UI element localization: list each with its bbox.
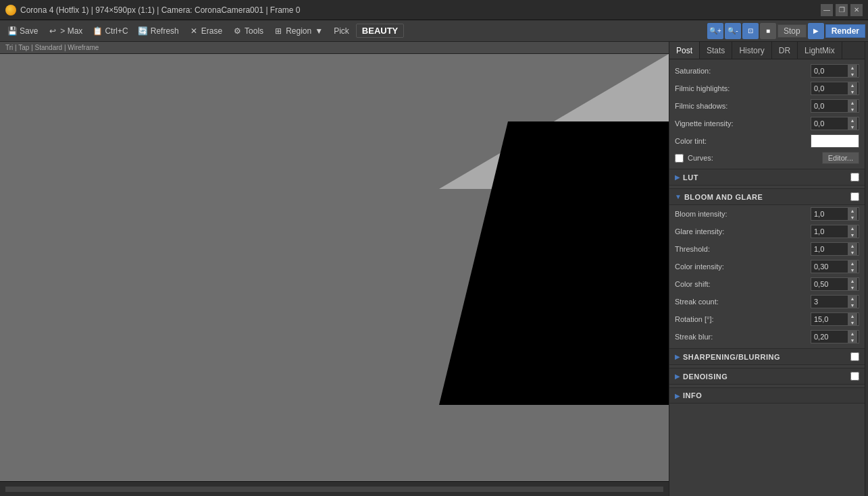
color-intensity-down[interactable]: ▼ <box>848 267 857 273</box>
filmic-shadows-value[interactable]: ▲ ▼ <box>811 99 859 113</box>
viewport-label-bar: Tri | Tap | Standard | Wireframe <box>0 42 669 54</box>
vignette-intensity-input[interactable] <box>814 119 848 128</box>
threshold-down[interactable]: ▼ <box>848 249 857 256</box>
curves-checkbox[interactable] <box>675 154 684 163</box>
rotation-label: Rotation [°]: <box>675 315 811 323</box>
render-button[interactable]: Render <box>825 24 865 38</box>
filmic-highlights-value[interactable]: ▲ ▼ <box>811 82 859 95</box>
threshold-input[interactable] <box>814 245 848 253</box>
streak-count-down[interactable]: ▼ <box>848 302 857 308</box>
color-intensity-input[interactable] <box>814 263 848 271</box>
color-tint-swatch[interactable] <box>811 134 859 148</box>
title-bar-controls: — ❐ ✕ <box>821 4 863 16</box>
streak-count-up[interactable]: ▲ <box>848 295 857 302</box>
pick-button[interactable]: Pick <box>330 24 353 38</box>
filmic-highlights-up[interactable]: ▲ <box>848 82 857 88</box>
save-button[interactable]: 💾 Save <box>3 24 42 38</box>
filmic-shadows-up[interactable]: ▲ <box>848 99 857 106</box>
rotation-input[interactable] <box>814 315 848 323</box>
bloom-intensity-down[interactable]: ▼ <box>848 214 857 221</box>
ctrlc-button[interactable]: 📋 Ctrl+C <box>88 24 132 38</box>
tools-button[interactable]: ⚙ Tools <box>228 24 267 38</box>
streak-blur-down[interactable]: ▼ <box>848 337 857 343</box>
rotation-up[interactable]: ▲ <box>848 312 857 319</box>
filmic-highlights-down[interactable]: ▼ <box>848 88 857 95</box>
denoising-checkbox[interactable] <box>850 372 859 381</box>
minimize-button[interactable]: — <box>821 4 833 16</box>
glare-intensity-up[interactable]: ▲ <box>848 225 857 231</box>
toolbar-right: 🔍+ 🔍- ⊡ ■ Stop ▶ Render <box>707 23 865 39</box>
pick-label: Pick <box>334 26 349 36</box>
right-panel: Post Stats History DR LightMix Saturatio… <box>669 42 865 496</box>
saturation-input[interactable] <box>814 67 848 75</box>
bloom-glare-checkbox[interactable] <box>850 192 859 201</box>
tab-lightmix[interactable]: LightMix <box>798 42 842 59</box>
color-shift-down[interactable]: ▼ <box>848 284 857 291</box>
color-intensity-value[interactable]: ▲ ▼ <box>811 260 859 273</box>
streak-blur-value[interactable]: ▲ ▼ <box>811 330 859 343</box>
beauty-selector[interactable]: BEAUTY <box>356 24 404 38</box>
erase-button[interactable]: ✕ Erase <box>184 24 226 38</box>
filmic-shadows-input[interactable] <box>814 102 848 110</box>
refresh-button[interactable]: 🔄 Refresh <box>134 24 183 38</box>
threshold-value[interactable]: ▲ ▼ <box>811 242 859 256</box>
bloom-glare-section-header[interactable]: ▼ BLOOM AND GLARE <box>669 188 865 205</box>
color-shift-value[interactable]: ▲ ▼ <box>811 277 859 291</box>
glare-intensity-value[interactable]: ▲ ▼ <box>811 225 859 238</box>
streak-count-value[interactable]: ▲ ▼ <box>811 295 859 308</box>
filmic-highlights-label: Filmic highlights: <box>675 84 811 92</box>
bloom-intensity-value[interactable]: ▲ ▼ <box>811 207 859 221</box>
glare-intensity-input[interactable] <box>814 227 848 236</box>
tab-stats[interactable]: Stats <box>700 42 732 59</box>
zoom-fit-button[interactable]: ⊡ <box>742 23 759 39</box>
maximize-button[interactable]: ❐ <box>836 4 848 16</box>
sharpening-checkbox[interactable] <box>850 352 859 361</box>
corona-icon <box>5 5 16 16</box>
glare-intensity-down[interactable]: ▼ <box>848 231 857 238</box>
stop-button[interactable]: Stop <box>777 24 807 38</box>
lut-section-header[interactable]: ▶ LUT <box>669 169 865 186</box>
saturation-spinner: ▲ ▼ <box>848 64 857 78</box>
color-shift-up[interactable]: ▲ <box>848 277 857 284</box>
denoising-section-header[interactable]: ▶ DENOISING <box>669 368 865 385</box>
vignette-intensity-value[interactable]: ▲ ▼ <box>811 117 859 130</box>
rotation-down[interactable]: ▼ <box>848 319 857 326</box>
tab-dr[interactable]: DR <box>772 42 798 59</box>
saturation-down[interactable]: ▼ <box>848 71 857 78</box>
vignette-intensity-down[interactable]: ▼ <box>848 123 857 130</box>
color-mode-button[interactable]: ■ <box>760 23 776 39</box>
info-section-header[interactable]: ▶ INFO <box>669 387 865 404</box>
play-button[interactable]: ▶ <box>808 23 824 39</box>
filmic-highlights-input[interactable] <box>814 84 848 92</box>
streak-blur-up[interactable]: ▲ <box>848 330 857 337</box>
close-button[interactable]: ✕ <box>850 4 863 16</box>
tab-history[interactable]: History <box>732 42 771 59</box>
color-intensity-up[interactable]: ▲ <box>848 260 857 267</box>
region-icon: ⊞ <box>273 26 284 36</box>
region-button[interactable]: ⊞ Region ▼ <box>269 24 328 38</box>
vignette-intensity-up[interactable]: ▲ <box>848 117 857 123</box>
lut-checkbox[interactable] <box>850 173 859 182</box>
saturation-up[interactable]: ▲ <box>848 64 857 71</box>
saturation-value[interactable]: ▲ ▼ <box>811 64 859 78</box>
filmic-shadows-down[interactable]: ▼ <box>848 106 857 113</box>
bloom-intensity-up[interactable]: ▲ <box>848 207 857 214</box>
back-to-max-button[interactable]: ↩ > Max <box>43 24 86 38</box>
rotation-value[interactable]: ▲ ▼ <box>811 312 859 326</box>
streak-count-input[interactable] <box>814 298 848 306</box>
streak-blur-spinner: ▲ ▼ <box>848 330 857 343</box>
vignette-intensity-row: Vignette intensity: ▲ ▼ <box>669 115 865 132</box>
curves-editor-button[interactable]: Editor... <box>822 152 859 164</box>
viewport[interactable]: Tri | Tap | Standard | Wireframe <box>0 42 669 496</box>
timeline[interactable] <box>5 487 663 492</box>
color-shift-input[interactable] <box>814 280 848 288</box>
diff-panel <box>865 42 868 496</box>
zoom-out-button[interactable]: 🔍- <box>725 23 741 39</box>
bloom-intensity-input[interactable] <box>814 210 848 218</box>
streak-blur-input[interactable] <box>814 333 848 341</box>
zoom-in-button[interactable]: 🔍+ <box>707 23 723 39</box>
denoising-arrow-icon: ▶ <box>675 373 680 380</box>
tab-post[interactable]: Post <box>669 42 700 59</box>
sharpening-section-header[interactable]: ▶ SHARPENING/BLURRING <box>669 348 865 365</box>
threshold-up[interactable]: ▲ <box>848 242 857 249</box>
